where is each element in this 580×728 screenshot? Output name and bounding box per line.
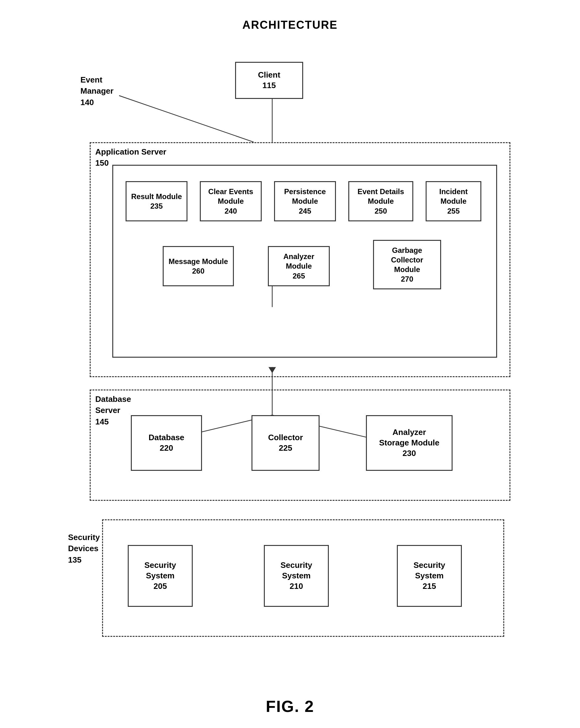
fig-caption: FIG. 2 (266, 697, 314, 716)
result-module-box: Result Module 235 (126, 181, 187, 221)
clear-events-module-box: Clear Events Module 240 (200, 181, 262, 221)
database-box: Database 220 (131, 415, 202, 471)
security-system-215-box: Security System 215 (397, 545, 462, 607)
db-server-label: Database Server 145 (95, 393, 131, 427)
incident-module-box: Incident Module 255 (426, 181, 481, 221)
page-title: ARCHITECTURE (0, 0, 580, 31)
security-system-205-box: Security System 205 (128, 545, 193, 607)
garbage-collector-module-box: Garbage Collector Module 270 (373, 240, 441, 289)
client-box: Client 115 (235, 62, 303, 99)
event-details-module-box: Event Details Module 250 (348, 181, 413, 221)
security-devices-box: Security System 205 Security System 210 … (102, 519, 504, 637)
collector-box: Collector 225 (251, 415, 320, 471)
analyzer-module-box: Analyzer Module 265 (268, 246, 330, 286)
svg-line-0 (119, 96, 254, 142)
analyzer-storage-box: Analyzer Storage Module 230 (366, 415, 453, 471)
app-server-box: Application Server 150 Result Module 235… (90, 142, 510, 377)
message-module-box: Message Module 260 (163, 246, 234, 286)
security-system-210-box: Security System 210 (264, 545, 329, 607)
security-devices-label: Security Devices 135 (68, 532, 100, 565)
db-server-box: Database Server 145 Database 220 Collect… (90, 390, 510, 501)
persistence-module-box: Persistence Module 245 (274, 181, 336, 221)
modules-container: Result Module 235 Clear Events Module 24… (112, 165, 497, 358)
event-manager-label: Event Manager 140 (80, 74, 114, 108)
